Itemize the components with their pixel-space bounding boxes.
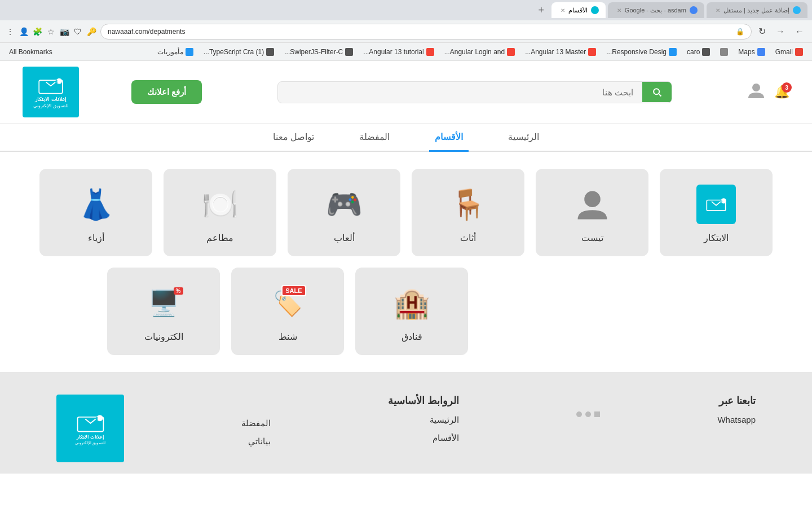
tab-1[interactable]: إضافة عمل جديد | مستقل ✕ [707, 2, 807, 18]
swiper-favicon [345, 48, 353, 56]
hotel-emoji: 🏨 [394, 288, 430, 318]
categories-section: S الابتكار تيست 🪑 [0, 152, 812, 372]
bookmark-responsive[interactable]: Responsive Desig... [602, 46, 681, 58]
address-input[interactable]: nawaaaf.com/depatments [108, 28, 732, 36]
nav-home[interactable]: الرئيسية [502, 124, 545, 152]
bookmark-label-maps: Maps [738, 48, 754, 56]
upload-button[interactable]: أرفع اعلانك [131, 80, 202, 104]
tab-favicon-1 [793, 6, 801, 14]
games-icon: 🎮 [321, 182, 367, 227]
bookmark-angular-tutorial[interactable]: Angular 13 tutorial... [359, 46, 438, 58]
search-icon [651, 86, 663, 98]
back-button[interactable]: ← [792, 24, 807, 39]
bookmark-label-responsive: Responsive Desig... [606, 48, 667, 56]
address-bar[interactable]: 🔒 nawaaaf.com/depatments [100, 24, 752, 40]
category-hotels[interactable]: 🏨 فنادق [355, 268, 468, 355]
tab-close-3[interactable]: ✕ [561, 7, 565, 14]
bags-icon: 🏷️ SALE [265, 281, 310, 326]
tab-close-2[interactable]: ✕ [617, 7, 621, 14]
bookmark-typescript[interactable]: (1) TypeScript Cra... [199, 46, 279, 58]
svg-text:S: S [720, 199, 722, 203]
footer-link-mydata[interactable]: بياناتي [241, 436, 271, 446]
category-restaurants[interactable]: 🍽️ مطاعم [164, 169, 276, 256]
footer-follow-title: تابعنا عبر [717, 395, 756, 407]
extension-icon[interactable]: 🧩 [32, 26, 43, 37]
albtkar-icon: S [694, 182, 739, 227]
notification-button[interactable]: 🔔 3 [774, 85, 789, 99]
main-nav: الرئيسية الأقسام المفضلة تواصل معنا [0, 124, 812, 152]
albtkar-label: الابتكار [704, 233, 729, 243]
restaurants-icon: 🍽️ [197, 182, 242, 227]
category-furniture[interactable]: 🪑 أثاث [412, 169, 524, 256]
tab-close-1[interactable]: ✕ [716, 7, 720, 14]
footer-link-home[interactable]: الرئيسية [388, 415, 459, 425]
profile-button[interactable] [747, 81, 765, 103]
nav-favorites[interactable]: المفضلة [354, 124, 395, 152]
category-electronics[interactable]: 🖥️ % الكترونيات [107, 268, 220, 355]
site-logo: S إعلانات الابتكار للتسويق الإلكتروني [23, 67, 79, 117]
caro-favicon [702, 48, 710, 56]
bookmark-label-angular13: Angular 13 Master... [525, 48, 586, 56]
svg-point-0 [752, 84, 760, 91]
bookmark-caro[interactable]: caro [682, 46, 714, 58]
electronics-label: الكترونيات [144, 331, 183, 342]
furniture-label: أثاث [460, 233, 476, 243]
shield-icon[interactable]: 🛡 [72, 26, 83, 37]
footer-logo-text1: إعلانات الابتكار [75, 434, 106, 440]
tab-label-2: asdam - بحث - Google [625, 7, 686, 14]
electronics-icon: 🖥️ % [141, 281, 186, 326]
tab-2[interactable]: asdam - بحث - Google ✕ [608, 2, 704, 18]
new-tab-button[interactable]: + [533, 2, 549, 18]
categories-row-1: S الابتكار تيست 🪑 [39, 169, 773, 256]
bookmark-angular13[interactable]: Angular 13 Master... [520, 46, 601, 58]
tab-3[interactable]: الأقسام ✕ [551, 2, 606, 18]
test-icon [570, 182, 615, 227]
footer-logo-icon: S [75, 411, 106, 433]
nav-contact[interactable]: تواصل معنا [267, 124, 320, 152]
logo-inner: S إعلانات الابتكار للتسويق الإلكتروني [30, 72, 71, 113]
footer-link-favorites[interactable]: المفضلة [241, 418, 271, 428]
footer-links-col: الروابط الأساسية الرئيسية الأقسام [388, 395, 459, 443]
camera-icon[interactable]: 📷 [59, 26, 70, 37]
bookmark-label-typescript: (1) TypeScript Cra... [204, 48, 264, 56]
footer-follow-col: تابعنا عبر Whatsapp [717, 395, 756, 424]
bookmark-maps[interactable]: Maps [734, 46, 769, 58]
bookmark-swiper[interactable]: SwiperJS-Filter-C... [280, 46, 358, 58]
tab-label-1: إضافة عمل جديد | مستقل [723, 7, 789, 14]
bookmark-label-caro: caro [687, 48, 700, 56]
nav-departments[interactable]: الأقسام [429, 124, 469, 152]
star-icon[interactable]: ☆ [45, 26, 56, 37]
footer-whatsapp-link[interactable]: Whatsapp [717, 415, 756, 424]
search-button[interactable] [642, 82, 672, 102]
category-bags[interactable]: 🏷️ SALE شنط [231, 268, 344, 355]
gamepad-emoji: 🎮 [326, 190, 363, 219]
logo-text-line1: إعلانات الابتكار [33, 96, 68, 103]
tab-favicon-3 [591, 6, 599, 14]
category-test[interactable]: تيست [536, 169, 648, 256]
bookmark-mamoriaat[interactable]: مأموريات [153, 46, 198, 58]
svg-text:S: S [55, 80, 58, 84]
key-icon[interactable]: 🔑 [86, 26, 97, 37]
bookmark-label-angular-login: Angular Login and... [444, 48, 505, 56]
angular-login-favicon [507, 48, 515, 56]
menu-icon[interactable]: ⋮ [5, 26, 16, 37]
all-bookmarks[interactable]: All Bookmarks [5, 46, 57, 58]
svg-text:S: S [95, 416, 98, 421]
search-input[interactable] [278, 82, 642, 103]
bookmark-gmail[interactable]: Gmail [771, 46, 807, 58]
forward-button[interactable]: → [773, 24, 788, 39]
food-emoji: 🍽️ [202, 190, 239, 219]
category-fashion[interactable]: 👗 أزياء [39, 169, 152, 256]
restaurants-label: مطاعم [206, 233, 233, 243]
games-label: ألعاب [334, 233, 355, 243]
profile-icon[interactable]: 👤 [18, 26, 29, 37]
footer-link-departments[interactable]: الأقسام [388, 433, 459, 443]
category-albtkar[interactable]: S الابتكار [660, 169, 773, 256]
category-games[interactable]: 🎮 ألعاب [288, 169, 400, 256]
bookmark-blank[interactable] [716, 46, 732, 58]
reload-button[interactable]: ↻ [755, 24, 769, 39]
bookmark-angular-login[interactable]: Angular Login and... [440, 46, 519, 58]
maps-favicon [757, 48, 765, 56]
all-bookmarks-label: All Bookmarks [9, 48, 52, 56]
typescript-favicon [266, 48, 274, 56]
